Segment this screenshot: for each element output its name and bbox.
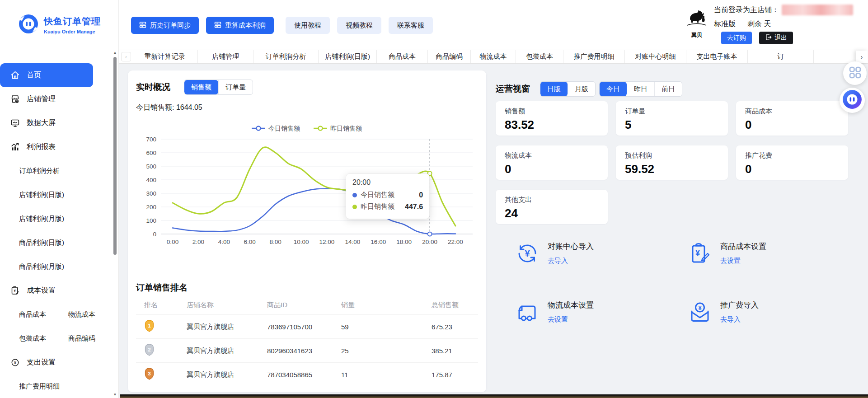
period-toggle: 日版月版 — [540, 81, 596, 97]
svg-text:14:00: 14:00 — [345, 239, 360, 245]
svg-text:¥: ¥ — [525, 248, 530, 258]
stat-label: 预估利润 — [625, 151, 719, 160]
tab-对账中心明细[interactable]: 对账中心明细 — [625, 50, 686, 63]
app-grid-float-button[interactable] — [843, 61, 867, 85]
svg-text:0:00: 0:00 — [167, 239, 178, 245]
svg-text:3: 3 — [148, 371, 150, 376]
tab-商品编码[interactable]: 商品编码 — [428, 50, 471, 63]
period-toggle-月版[interactable]: 月版 — [568, 82, 595, 96]
day-toggle-前日[interactable]: 前日 — [654, 82, 682, 96]
sidebar-item-商品利润(日版)[interactable]: 商品利润(日版) — [0, 231, 118, 255]
sidebar-item-物流成本[interactable]: 物流成本 — [68, 310, 95, 319]
sidebar-item-推广费用明细[interactable]: 推广费用明细 — [0, 375, 118, 398]
rank-medal-icon: 2 — [144, 344, 187, 357]
sidebar-item-店铺利润(日版)[interactable]: 店铺利润(日版) — [0, 183, 118, 207]
shortcut-link-物流成本设置[interactable]: 去设置 — [548, 315, 594, 324]
metric-toggle-销售额[interactable]: 销售额 — [184, 80, 218, 94]
sidebar-item-label: 数据大屏 — [27, 118, 56, 128]
tab-店铺管理[interactable]: 店铺管理 — [198, 50, 253, 63]
header-button-重算成本利润[interactable]: 重算成本利润 — [206, 17, 274, 34]
shortcut-title: 对账中心导入 — [548, 241, 594, 252]
tab-推广费用明细[interactable]: 推广费用明细 — [563, 50, 625, 63]
assistant-float-button[interactable] — [840, 88, 865, 113]
tab-订[interactable]: 订 — [748, 50, 814, 63]
sidebar-item-店铺管理[interactable]: 店铺管理 — [0, 87, 118, 111]
cost-icon: ¥ — [10, 286, 20, 296]
shortcut-link-商品成本设置[interactable]: 去设置 — [720, 257, 766, 265]
svg-text:2: 2 — [148, 347, 150, 352]
ops-window-title: 运营视窗 — [496, 83, 530, 95]
shortcut-推广费导入: ¥推广费导入去导入 — [688, 300, 759, 324]
subscribe-button[interactable]: 去订购 — [721, 32, 752, 44]
svg-text:16:00: 16:00 — [371, 239, 386, 245]
tab-scroll-right-icon[interactable]: › — [856, 51, 868, 63]
app-grid-icon — [849, 66, 861, 80]
stat-card-物流成本: 物流成本0 — [496, 145, 608, 180]
tab-重新计算记录[interactable]: 重新计算记录 — [132, 50, 198, 63]
stat-value: 0 — [745, 162, 839, 176]
account-buttons: 去订购 退出 — [721, 32, 793, 44]
app-subtitle: Kuaiyu Order Manage — [44, 29, 101, 34]
sidebar-nav: 首页店铺管理数据大屏利润报表订单利润分析店铺利润(日版)店铺利润(月版)商品利润… — [0, 50, 119, 398]
sidebar-item-店铺利润(月版)[interactable]: 店铺利润(月版) — [0, 207, 118, 231]
sidebar-item-利润报表[interactable]: 利润报表 — [0, 135, 118, 159]
shortcut-link-推广费导入[interactable]: 去导入 — [720, 315, 759, 324]
sidebar-item-首页[interactable]: 首页 — [0, 63, 93, 87]
shortcut-link-对账中心导入[interactable]: 去导入 — [548, 257, 594, 265]
tab-包装成本[interactable]: 包装成本 — [516, 50, 563, 63]
svg-text:20:00: 20:00 — [422, 239, 437, 245]
header-primary-buttons: 历史订单同步重算成本利润 — [131, 17, 274, 34]
sidebar-scrollbar: ▲ ▼ — [113, 51, 117, 397]
svg-text:22:00: 22:00 — [448, 239, 463, 245]
shortcut-对账中心导入: ¥对账中心导入去导入 — [515, 241, 594, 266]
sidebar-item-商品成本[interactable]: 商品成本 — [19, 310, 68, 319]
stat-label: 推广花费 — [745, 151, 839, 160]
tab-物流成本[interactable]: 物流成本 — [471, 50, 516, 63]
shortcut-商品成本设置: ¥商品成本设置去设置 — [688, 241, 766, 266]
header-button-联系客服[interactable]: 联系客服 — [389, 17, 433, 34]
stat-card-推广花费: 推广花费0 — [736, 145, 848, 180]
header-button-历史订单同步[interactable]: 历史订单同步 — [131, 17, 199, 34]
app-window: 快鱼订单管理 Kuaiyu Order Manage 历史订单同步重算成本利润 … — [0, 0, 868, 398]
svg-text:0: 0 — [153, 231, 156, 238]
period-toggle-日版[interactable]: 日版 — [540, 82, 568, 96]
legend-item-昨日销售额[interactable]: 昨日销售额 — [314, 125, 362, 133]
stat-card-商品成本: 商品成本0 — [736, 101, 848, 136]
stat-label: 销售额 — [505, 107, 599, 116]
sidebar-item-商品利润(月版)[interactable]: 商品利润(月版) — [0, 255, 118, 279]
column-header-店铺名称: 店铺名称 — [187, 301, 267, 309]
today-sales-value: 1644.05 — [176, 103, 202, 111]
sidebar-item-订单利润分析[interactable]: 订单利润分析 — [0, 159, 118, 183]
legend-item-今日销售额[interactable]: 今日销售额 — [252, 125, 300, 133]
tab-支出电子账本[interactable]: 支出电子账本 — [686, 50, 748, 63]
app-logo: 快鱼订单管理 Kuaiyu Order Manage — [0, 0, 119, 50]
sidebar-item-成本设置[interactable]: ¥成本设置 — [0, 279, 118, 303]
svg-text:1: 1 — [148, 323, 150, 328]
logout-button[interactable]: 退出 — [759, 32, 793, 44]
tab-商品成本[interactable]: 商品成本 — [377, 50, 428, 63]
sales-line-chart[interactable]: 今日销售额昨日销售额 01002003004005006007000:002:0… — [133, 121, 481, 257]
tab-scroll-left-icon[interactable]: ‹ — [121, 52, 131, 61]
day-toggle-今日[interactable]: 今日 — [600, 82, 627, 96]
sidebar-item-商品编码[interactable]: 商品编码 — [68, 334, 95, 343]
day-toggle-昨日[interactable]: 昨日 — [627, 82, 654, 96]
metric-toggle-订单量[interactable]: 订单量 — [218, 80, 253, 94]
sidebar-item-数据大屏[interactable]: 数据大屏 — [0, 111, 118, 135]
sidebar-item-包装成本[interactable]: 包装成本 — [19, 334, 68, 343]
tooltip-series-label: 昨日销售额 — [361, 202, 394, 211]
stat-value: 24 — [505, 206, 599, 220]
scrollbar-thumb[interactable] — [113, 57, 117, 255]
svg-text:500: 500 — [146, 163, 156, 170]
header-button-视频教程[interactable]: 视频教程 — [337, 17, 381, 34]
tab-订单利润分析[interactable]: 订单利润分析 — [253, 50, 319, 63]
sidebar-item-group: 包装成本商品编码 — [0, 327, 118, 351]
sales-ranking-table: 排名店铺名称商品ID销量总销售额1翼贝官方旗舰店7836971057005967… — [136, 295, 478, 386]
scrollbar-down-icon[interactable]: ▼ — [113, 393, 117, 397]
header-button-使用教程[interactable]: 使用教程 — [286, 17, 330, 34]
svg-text:200: 200 — [146, 204, 156, 211]
scrollbar-up-icon[interactable]: ▲ — [113, 51, 117, 55]
sales-ranking-title: 订单销售排名 — [136, 282, 188, 294]
tab-店铺利润(日版)[interactable]: 店铺利润(日版) — [319, 50, 377, 63]
svg-text:100: 100 — [146, 217, 156, 224]
sidebar-item-支出设置[interactable]: ¥支出设置 — [0, 351, 118, 375]
